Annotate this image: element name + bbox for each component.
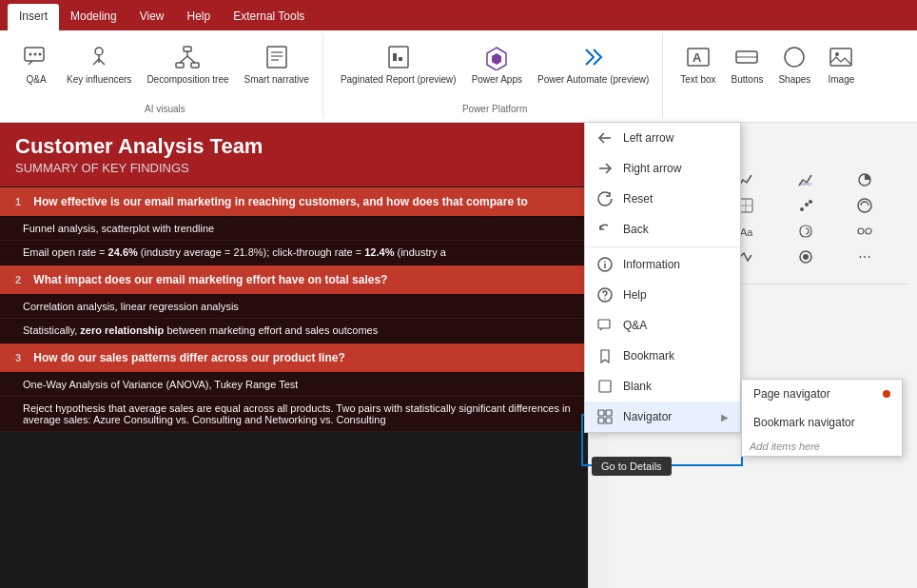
svg-rect-8 (184, 47, 191, 51)
row-number: 1 (15, 196, 30, 207)
buttons-label: Buttons (732, 74, 764, 86)
power-platform-label: Power Platform (335, 104, 654, 118)
svg-point-52 (858, 228, 864, 234)
help-label: Help (623, 288, 729, 302)
paginated-report-button[interactable]: Paginated Report (preview) (335, 38, 462, 89)
svg-point-45 (809, 200, 812, 204)
svg-point-44 (805, 203, 809, 206)
ai-visuals-group: Q&A Key influencers Decomposition tree (8, 34, 323, 118)
power-apps-button[interactable]: Power Apps (466, 38, 528, 89)
svg-rect-75 (598, 418, 604, 423)
svg-point-43 (800, 207, 804, 211)
dropdown-menu: Left arrow Right arrow Reset Back Inform… (584, 122, 741, 433)
svg-point-63 (803, 254, 809, 260)
navigator-submenu-arrow: ▶ (721, 412, 729, 422)
tab-modeling[interactable]: Modeling (59, 4, 128, 30)
content-pane: Customer Analysis Team SUMMARY OF KEY FI… (0, 123, 588, 588)
tab-insert[interactable]: Insert (8, 4, 59, 30)
ribbon: Insert Modeling View Help External Tools… (0, 0, 917, 123)
page-navigator-item[interactable]: Page navigator (742, 380, 902, 408)
qa-button[interactable]: Q&A (15, 38, 57, 89)
power-platform-group: Paginated Report (preview) Power Apps Po… (327, 34, 663, 118)
svg-rect-71 (598, 320, 610, 328)
viz-icon-btn[interactable] (794, 245, 817, 268)
text-box-label: Text box (680, 74, 715, 86)
tab-view[interactable]: View (128, 4, 176, 30)
dropdown-item-bookmark[interactable]: Bookmark (585, 341, 740, 371)
viz-icon-btn[interactable] (794, 220, 817, 243)
svg-rect-46 (858, 199, 871, 212)
information-icon (596, 256, 614, 273)
dropdown-item-right-arrow[interactable]: Right arrow (585, 153, 740, 184)
power-automate-button[interactable]: Power Automate (preview) (532, 38, 654, 89)
svg-point-2 (34, 53, 37, 56)
svg-rect-73 (598, 410, 604, 416)
svg-rect-74 (606, 410, 612, 416)
bookmark-navigator-item[interactable]: Bookmark navigator (742, 408, 902, 437)
bookmark-navigator-label: Bookmark navigator (753, 416, 890, 429)
back-label: Back (623, 223, 729, 236)
key-influencers-button[interactable]: Key influencers (61, 38, 137, 89)
slide-content: 1 How effective is our email marketing i… (0, 187, 588, 432)
svg-rect-9 (176, 63, 184, 68)
blank-label: Blank (623, 380, 729, 393)
svg-text:A: A (693, 50, 702, 65)
svg-point-53 (866, 228, 871, 234)
viz-icon-btn[interactable] (794, 194, 817, 217)
viz-icon-btn[interactable] (853, 194, 876, 217)
bookmark-icon (596, 347, 614, 364)
add-item-here[interactable]: Add items here (742, 437, 902, 456)
dropdown-item-help[interactable]: Help (585, 280, 740, 310)
dropdown-item-qa[interactable]: Q&A (585, 310, 740, 341)
navigator-icon (596, 408, 614, 425)
shapes-button[interactable]: Shapes (772, 38, 816, 89)
left-arrow-icon (596, 129, 614, 147)
text-box-button[interactable]: A Text box (674, 38, 721, 89)
qa-icon (21, 42, 51, 72)
svg-line-12 (180, 56, 187, 63)
svg-point-27 (785, 48, 804, 67)
svg-point-1 (29, 53, 32, 56)
viz-icon-btn[interactable] (853, 220, 876, 243)
list-item: Funnel analysis, scatterplot with trendl… (0, 217, 588, 241)
viz-icon-btn[interactable] (794, 168, 817, 191)
svg-rect-76 (606, 418, 612, 423)
svg-rect-72 (599, 381, 611, 392)
right-arrow-label: Right arrow (623, 162, 729, 175)
dropdown-item-navigator[interactable]: Navigator ▶ (585, 402, 740, 432)
decomposition-tree-button[interactable]: Decomposition tree (141, 38, 234, 89)
reset-label: Reset (623, 192, 729, 206)
blank-icon (596, 378, 614, 395)
list-item: Correlation analysis, linear regression … (0, 295, 588, 319)
tab-external-tools[interactable]: External Tools (222, 4, 316, 30)
dropdown-item-back[interactable]: Back (585, 214, 740, 245)
table-row: 3 How do our sales patterns differ acros… (0, 343, 588, 372)
dropdown-item-blank[interactable]: Blank (585, 371, 740, 402)
qa-menu-icon (596, 317, 614, 334)
tooltip-box: Go to Details (592, 457, 672, 476)
dropdown-item-information[interactable]: Information (585, 249, 740, 280)
key-influencers-icon (84, 42, 114, 72)
dropdown-item-left-arrow[interactable]: Left arrow (585, 123, 740, 153)
paginated-report-icon (383, 42, 414, 72)
image-label: Image (828, 74, 854, 86)
svg-marker-22 (492, 53, 501, 65)
ribbon-tabs: Insert Modeling View Help External Tools (0, 0, 917, 30)
viz-icon-btn[interactable] (853, 168, 876, 191)
tab-help[interactable]: Help (176, 4, 223, 30)
image-button[interactable]: Image (820, 38, 862, 89)
paginated-report-label: Paginated Report (preview) (341, 74, 457, 86)
svg-rect-19 (393, 53, 397, 61)
text-box-icon: A (683, 42, 713, 72)
slide-subtitle: SUMMARY OF KEY FINDINGS (15, 161, 573, 175)
shapes-label: Shapes (778, 74, 810, 86)
slide-title: Customer Analysis Team (15, 134, 573, 159)
dropdown-item-reset[interactable]: Reset (585, 184, 740, 214)
viz-icon-btn[interactable]: ⋯ (853, 245, 876, 268)
smart-narrative-button[interactable]: Smart narrative (239, 38, 315, 89)
buttons-button[interactable]: Buttons (726, 38, 770, 89)
qa-label: Q&A (26, 74, 46, 86)
slide-header: Customer Analysis Team SUMMARY OF KEY FI… (0, 123, 588, 186)
row-number: 2 (15, 274, 30, 285)
elements-items: A Text box Buttons Shapes (674, 34, 862, 118)
